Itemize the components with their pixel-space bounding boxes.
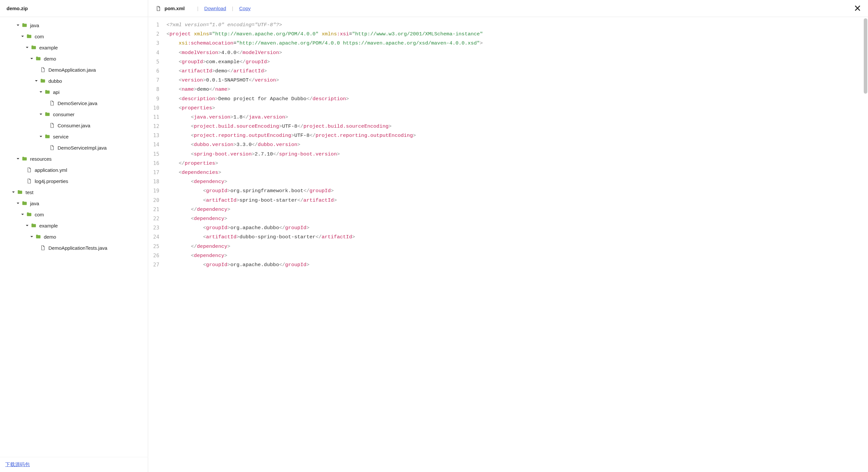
line-number: 21 (148, 205, 159, 214)
code-token: > (251, 151, 254, 157)
code-token: UTF-8 (282, 123, 298, 129)
tree-file[interactable]: DemoApplicationTests.java (0, 242, 148, 253)
tree-item-label: com (35, 34, 44, 39)
code-token: < (203, 188, 206, 194)
code-token: properties (182, 105, 212, 111)
tree-file[interactable]: DemoServiceImpl.java (0, 142, 148, 153)
folder-icon (35, 234, 41, 240)
chevron-down-icon[interactable] (12, 190, 15, 194)
chevron-down-icon[interactable] (39, 135, 42, 138)
code-token (166, 151, 191, 157)
file-icon (26, 178, 32, 184)
code-token (166, 179, 191, 185)
chevron-down-icon[interactable] (21, 213, 24, 216)
tree-folder[interactable]: example (0, 42, 148, 53)
tree-item-label: DemoApplicationTests.java (49, 245, 107, 251)
tree-folder[interactable]: demo (0, 53, 148, 64)
code-token (166, 77, 179, 83)
chevron-down-icon[interactable] (30, 235, 33, 238)
chevron-down-icon[interactable] (17, 202, 20, 205)
folder-icon (22, 22, 28, 28)
chevron-down-icon[interactable] (39, 113, 42, 116)
scrollbar-track[interactable] (863, 17, 868, 472)
chevron-down-icon[interactable] (26, 46, 29, 49)
tree-folder[interactable]: service (0, 131, 148, 142)
folder-icon (35, 56, 41, 62)
code-token: groupId (309, 188, 331, 194)
code-token (166, 234, 203, 240)
code-token: artifactId (321, 234, 352, 240)
code-token: > (224, 179, 227, 185)
code-token: > (297, 142, 300, 148)
code-token (166, 68, 179, 74)
code-token: > (203, 59, 206, 65)
tree-item-label: example (39, 45, 58, 51)
tree-file[interactable]: application.yml (0, 164, 148, 175)
tree-folder[interactable]: java (0, 198, 148, 209)
tree-file[interactable]: Consumer.java (0, 120, 148, 131)
file-tree[interactable]: javacomexampledemoDemoApplication.javadu… (0, 17, 148, 457)
line-number: 2 (148, 29, 159, 39)
tree-folder[interactable]: test (0, 186, 148, 198)
tree-folder[interactable]: example (0, 220, 148, 231)
code-line: <?xml version="1.0" encoding="UTF-8"?> (166, 20, 868, 29)
tree-folder[interactable]: com (0, 209, 148, 220)
code-line: <artifactId>dubbo-spring-boot-starter</a… (166, 232, 868, 242)
close-button[interactable] (853, 4, 862, 13)
code-token: > (230, 114, 233, 120)
tree-folder[interactable]: com (0, 31, 148, 42)
code-token: </ (243, 114, 249, 120)
chevron-down-icon[interactable] (30, 57, 33, 60)
code-token: > (276, 77, 279, 83)
chevron-down-icon[interactable] (26, 224, 29, 227)
tree-folder[interactable]: api (0, 86, 148, 97)
chevron-down-icon[interactable] (35, 79, 38, 83)
code-token: > (480, 40, 483, 46)
tree-folder[interactable]: java (0, 20, 148, 31)
line-number: 6 (148, 66, 159, 76)
code-token: < (203, 225, 206, 231)
code-token: groupId (285, 262, 306, 268)
download-source-link[interactable]: 下载源码包 (5, 462, 30, 468)
scrollbar-thumb[interactable] (864, 18, 867, 94)
tree-folder[interactable]: consumer (0, 109, 148, 120)
open-file-name: pom.xml (164, 6, 185, 11)
tree-folder[interactable]: resources (0, 153, 148, 164)
tree-file[interactable]: log4j.properties (0, 175, 148, 186)
left-footer: 下载源码包 (0, 457, 148, 472)
code-token: > (212, 105, 215, 111)
code-token: xmlns (321, 31, 337, 37)
code-content[interactable]: <?xml version="1.0" encoding="UTF-8"?><p… (163, 17, 868, 472)
file-icon (49, 145, 55, 151)
download-link[interactable]: Download (205, 6, 226, 11)
tree-folder[interactable]: demo (0, 231, 148, 242)
tree-file[interactable]: DemoService.java (0, 97, 148, 109)
code-token: < (203, 197, 206, 203)
code-line: <name>demo</name> (166, 85, 868, 94)
code-token: name (215, 86, 227, 92)
code-token (166, 225, 203, 231)
code-token: </ (179, 160, 185, 166)
code-token (166, 132, 191, 139)
code-token: < (191, 114, 194, 120)
copy-link[interactable]: Copy (239, 6, 250, 11)
chevron-down-icon[interactable] (17, 157, 20, 160)
code-token: demo (197, 86, 209, 92)
chevron-down-icon[interactable] (21, 35, 24, 38)
tree-item-label: demo (44, 56, 56, 62)
tree-folder[interactable]: dubbo (0, 75, 148, 86)
code-token (166, 188, 203, 194)
code-token: groupId (206, 225, 227, 231)
code-token: > (237, 234, 239, 240)
chevron-down-icon[interactable] (17, 24, 20, 27)
code-token: > (346, 96, 349, 102)
tree-file[interactable]: DemoApplication.java (0, 64, 148, 75)
code-token: </ (273, 151, 279, 157)
code-token (166, 170, 179, 175)
tree-item-label: example (39, 223, 58, 229)
code-line: </properties> (166, 159, 868, 168)
code-area: 1234567891011121314151617181920212223242… (148, 17, 868, 472)
chevron-down-icon[interactable] (39, 90, 42, 94)
code-token: </ (191, 207, 197, 212)
code-token: groupId (206, 188, 227, 194)
